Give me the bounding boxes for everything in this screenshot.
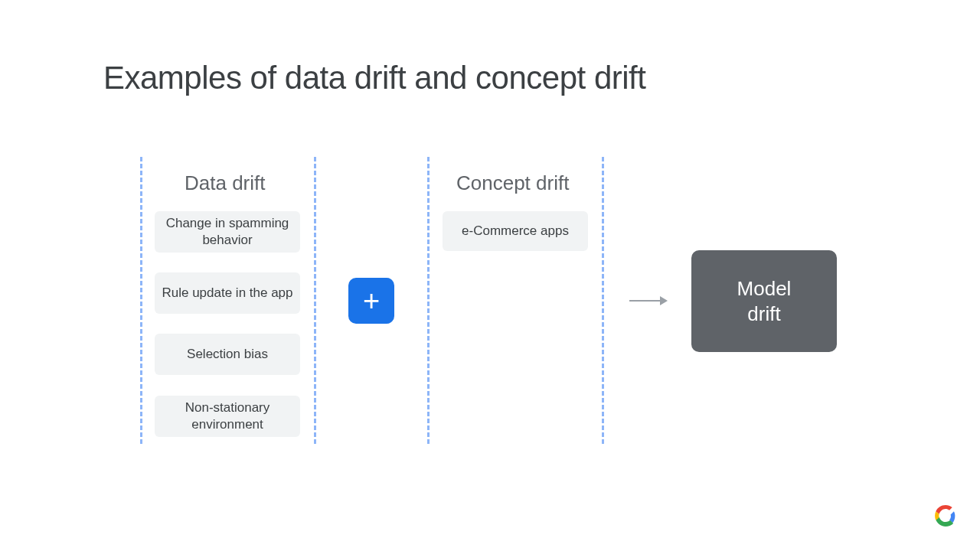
slide-title: Examples of data drift and concept drift bbox=[103, 60, 645, 96]
data-drift-item: Selection bias bbox=[155, 334, 300, 375]
divider bbox=[140, 157, 142, 444]
slide: { "title": "Examples of data drift and c… bbox=[0, 0, 980, 551]
google-cloud-logo-icon bbox=[933, 505, 959, 530]
concept-drift-heading: Concept drift bbox=[456, 171, 569, 195]
divider bbox=[602, 157, 604, 444]
plus-icon: + bbox=[348, 278, 394, 324]
arrow-right-icon bbox=[629, 300, 666, 302]
divider bbox=[427, 157, 430, 444]
data-drift-item: Change in spamming behavior bbox=[155, 211, 300, 253]
model-drift-box: Model drift bbox=[691, 250, 837, 352]
concept-drift-item: e-Commerce apps bbox=[443, 211, 588, 251]
data-drift-item: Rule update in the app bbox=[155, 272, 300, 314]
data-drift-heading: Data drift bbox=[185, 171, 266, 195]
divider bbox=[314, 157, 316, 444]
data-drift-item: Non-stationary environment bbox=[155, 396, 300, 437]
